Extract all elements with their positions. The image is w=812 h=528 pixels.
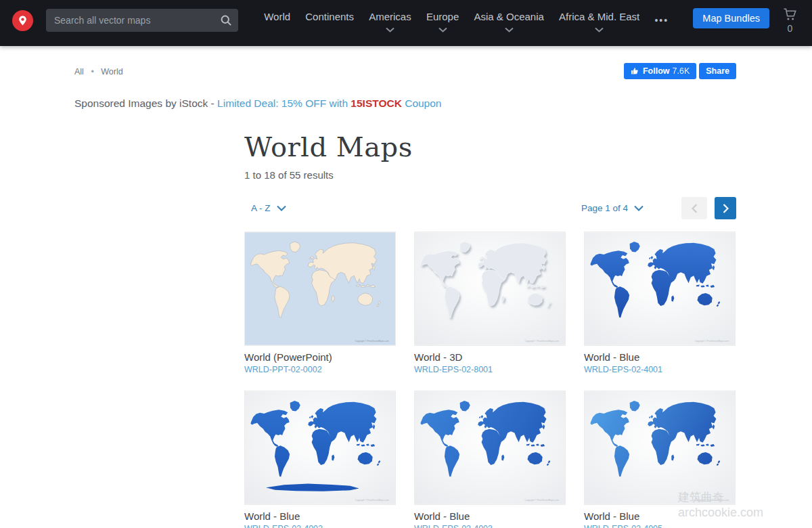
site-logo[interactable] bbox=[12, 10, 33, 31]
chevron-down-icon bbox=[438, 27, 447, 32]
follow-count: 7.6K bbox=[673, 66, 690, 76]
sponsored-prefix: Sponsored Images by iStock - bbox=[74, 97, 217, 109]
search-icon[interactable] bbox=[219, 14, 233, 27]
chevron-down-icon bbox=[595, 27, 604, 32]
product-card[interactable]: Copyright © FreeVectorMaps.com World (Po… bbox=[244, 232, 396, 374]
product-title[interactable]: World - Blue bbox=[584, 510, 736, 522]
social-buttons: Follow 7.6K Share bbox=[624, 63, 736, 79]
map-thumbnail-3d[interactable]: Copyright © FreeVectorMaps.com bbox=[414, 232, 566, 346]
main-nav: World Continents Americas Europe Asia & … bbox=[249, 8, 683, 32]
map-bundles-button[interactable]: Map Bundles bbox=[693, 8, 769, 28]
facebook-follow-button[interactable]: Follow 7.6K bbox=[624, 63, 696, 79]
istock-deal-link[interactable]: Limited Deal: 15% OFF with 15ISTOCK Coup… bbox=[217, 97, 441, 109]
nav-item-asia-oceania[interactable]: Asia & Oceania bbox=[474, 11, 543, 32]
nav-item-africa-mideast[interactable]: Africa & Mid. East bbox=[559, 11, 639, 32]
page-content: All • World Follow 7.6K Share Sponsored … bbox=[0, 46, 812, 528]
nav-item-americas[interactable]: Americas bbox=[369, 11, 411, 32]
cart-count: 0 bbox=[788, 23, 793, 34]
more-menu-icon[interactable]: ••• bbox=[654, 11, 669, 32]
next-page-button[interactable] bbox=[715, 197, 736, 219]
map-thumbnail-blue-4005[interactable]: Copyright © FreeVectorMaps.com bbox=[584, 391, 736, 505]
page-indicator: Page 1 of 4 bbox=[581, 203, 628, 213]
svg-text:Copyright © FreeVectorMaps.com: Copyright © FreeVectorMaps.com bbox=[524, 340, 558, 343]
product-title[interactable]: World (PowerPoint) bbox=[244, 351, 396, 363]
page-title: World Maps bbox=[244, 131, 736, 162]
sort-dropdown[interactable]: A - Z bbox=[244, 203, 286, 213]
product-grid: Copyright © FreeVectorMaps.com World (Po… bbox=[244, 232, 736, 528]
sort-value: A - Z bbox=[251, 203, 271, 213]
thumbs-up-icon bbox=[631, 67, 639, 75]
product-title[interactable]: World - 3D bbox=[414, 351, 566, 363]
product-sku[interactable]: WRLD-EPS-02-8001 bbox=[414, 365, 566, 374]
chevron-left-icon bbox=[692, 204, 698, 213]
svg-text:Copyright © FreeVectorMaps.com: Copyright © FreeVectorMaps.com bbox=[355, 340, 388, 343]
nav-item-continents[interactable]: Continents bbox=[305, 11, 354, 32]
map-thumbnail-blue-4002[interactable]: Copyright © FreeVectorMaps.com bbox=[244, 391, 396, 505]
svg-text:Copyright © FreeVectorMaps.com: Copyright © FreeVectorMaps.com bbox=[524, 499, 558, 502]
product-sku[interactable]: WRLD-PPT-02-0002 bbox=[244, 365, 396, 374]
chevron-down-icon bbox=[386, 27, 394, 32]
breadcrumb-current: World bbox=[101, 67, 122, 76]
map-thumbnail-blue-4001[interactable]: Copyright © FreeVectorMaps.com bbox=[584, 232, 736, 346]
product-card[interactable]: Copyright © FreeVectorMaps.com World - B… bbox=[244, 391, 396, 528]
nav-item-world[interactable]: World bbox=[264, 11, 290, 32]
svg-text:Copyright © FreeVectorMaps.com: Copyright © FreeVectorMaps.com bbox=[694, 499, 728, 502]
page-selector-dropdown[interactable]: Page 1 of 4 bbox=[581, 203, 644, 213]
sponsored-banner: Sponsored Images by iStock - Limited Dea… bbox=[0, 97, 812, 110]
breadcrumb: All • World bbox=[74, 63, 123, 76]
svg-text:Copyright © FreeVectorMaps.com: Copyright © FreeVectorMaps.com bbox=[355, 499, 388, 502]
coupon-code: 15ISTOCK bbox=[351, 97, 402, 109]
map-thumbnail-blue-4003[interactable]: Copyright © FreeVectorMaps.com bbox=[414, 391, 566, 505]
product-sku[interactable]: WRLD-EPS-02-4002 bbox=[244, 524, 396, 528]
product-sku[interactable]: WRLD-EPS-02-4005 bbox=[584, 524, 736, 528]
location-pin-icon bbox=[17, 15, 28, 26]
product-card[interactable]: Copyright © FreeVectorMaps.com World - B… bbox=[584, 391, 736, 528]
product-title[interactable]: World - Blue bbox=[244, 510, 396, 522]
cart-icon bbox=[783, 8, 797, 21]
product-title[interactable]: World - Blue bbox=[584, 351, 736, 363]
product-card[interactable]: Copyright © FreeVectorMaps.com World - 3… bbox=[414, 232, 566, 374]
cart[interactable]: 0 bbox=[783, 8, 797, 34]
chevron-down-icon bbox=[505, 27, 514, 32]
previous-page-button[interactable] bbox=[681, 197, 707, 219]
follow-label: Follow bbox=[643, 66, 670, 76]
chevron-down-icon bbox=[277, 205, 286, 211]
chevron-right-icon bbox=[723, 204, 729, 213]
product-card[interactable]: Copyright © FreeVectorMaps.com World - B… bbox=[584, 232, 736, 374]
results-toolbar: A - Z Page 1 of 4 bbox=[244, 197, 736, 219]
chevron-down-icon bbox=[634, 205, 644, 211]
search-input[interactable] bbox=[46, 9, 238, 32]
product-card[interactable]: Copyright © FreeVectorMaps.com World - B… bbox=[414, 391, 566, 528]
map-thumbnail-powerpoint[interactable]: Copyright © FreeVectorMaps.com bbox=[244, 232, 396, 346]
facebook-share-button[interactable]: Share bbox=[699, 63, 736, 79]
breadcrumb-all-link[interactable]: All bbox=[74, 67, 84, 76]
product-sku[interactable]: WRLD-EPS-02-4001 bbox=[584, 365, 736, 374]
share-label: Share bbox=[706, 66, 729, 76]
product-sku[interactable]: WRLD-EPS-02-4003 bbox=[414, 524, 566, 528]
svg-text:Copyright © FreeVectorMaps.com: Copyright © FreeVectorMaps.com bbox=[694, 340, 728, 343]
nav-item-europe[interactable]: Europe bbox=[426, 11, 459, 32]
breadcrumb-separator: • bbox=[91, 67, 93, 76]
product-title[interactable]: World - Blue bbox=[414, 510, 566, 522]
results-summary: 1 to 18 of 55 results bbox=[244, 169, 736, 181]
search-bar bbox=[46, 9, 238, 32]
top-navigation-bar: World Continents Americas Europe Asia & … bbox=[0, 0, 812, 46]
